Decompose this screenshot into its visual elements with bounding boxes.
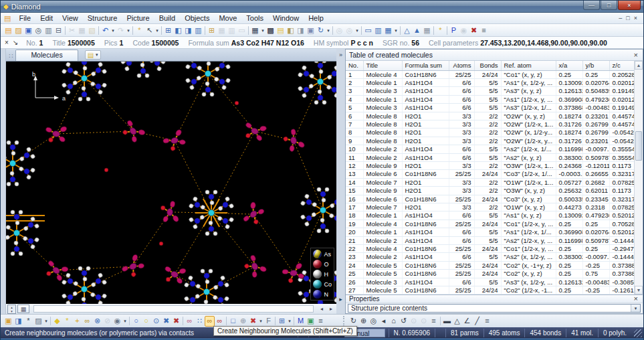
new-picture-icon[interactable]: ▤ bbox=[276, 25, 286, 35]
properties-combo[interactable]: Structure picture contents ▾ bbox=[348, 304, 641, 313]
color-scheme-icon[interactable]: ⊞ bbox=[277, 316, 287, 327]
table-row[interactable]: 13 Molecule 6 Co1H18N6 25/25 24/24 "Co3"… bbox=[346, 170, 637, 178]
table-row[interactable]: 2 Molecule 1 As1H1O4 6/6 5/5 "As1" (x, 1… bbox=[346, 78, 637, 86]
find-icon[interactable]: ◎ bbox=[33, 25, 43, 35]
pager-right-icon[interactable]: ▸ bbox=[327, 305, 335, 313]
menu-item[interactable]: View bbox=[58, 13, 83, 23]
scroll-down-icon[interactable]: ▼ bbox=[635, 286, 643, 294]
pane-dropdown-icon[interactable]: ▾ bbox=[393, 25, 399, 35]
wizard-icon[interactable]: * bbox=[435, 25, 445, 35]
copy-structure-icon[interactable]: ◨ bbox=[13, 316, 23, 327]
chevron-down-icon[interactable]: ▾ bbox=[631, 305, 640, 312]
tracking-overflow-icon[interactable]: ≡ bbox=[429, 316, 439, 327]
cut-icon[interactable]: ✂ bbox=[67, 25, 77, 35]
unit-cell-icon[interactable]: □ bbox=[228, 316, 238, 327]
build-dropdown-icon[interactable]: ▾ bbox=[43, 316, 49, 327]
tile-windows-icon[interactable]: ▥ bbox=[227, 25, 237, 35]
add-polyhedra-icon[interactable]: ◆ bbox=[52, 316, 62, 327]
spinner-down-icon[interactable]: ▾ bbox=[8, 309, 15, 313]
table-row[interactable]: 9 Molecule 8 H2O1 3/3 2/2 "O2W" (1/2-x, … bbox=[346, 137, 637, 145]
print-icon[interactable]: ⊟ bbox=[53, 25, 64, 35]
filter-icon[interactable]: ◉ bbox=[112, 316, 122, 327]
molecule-mode-icon[interactable]: M bbox=[296, 316, 306, 327]
table-row[interactable]: 23 Molecule 2 As1H1O4 6/6 5/5 "As2" (x, … bbox=[346, 253, 637, 261]
incline-mode-icon[interactable]: ◂ bbox=[379, 316, 389, 327]
menu-item[interactable]: Build bbox=[154, 13, 180, 23]
data-sheet-icon[interactable]: ▦ bbox=[422, 25, 432, 35]
symmetry-icon[interactable]: ⊘ bbox=[102, 316, 112, 327]
table-view-dropdown-icon[interactable]: ▾ bbox=[260, 25, 265, 35]
table-row[interactable]: 4 Molecule 1 As1H1O4 6/6 5/5 "As1" (1/2-… bbox=[346, 95, 637, 103]
picture-grid-button[interactable]: ▦ bbox=[17, 305, 29, 313]
ring-molecule2-icon[interactable]: ○ bbox=[141, 316, 151, 327]
bottom-overflow-icon[interactable]: ≡ bbox=[316, 316, 326, 327]
table-row[interactable]: 17 Molecule 7 H2O1 3/3 2/2 "O1W" (x, y, … bbox=[346, 203, 637, 211]
table-row[interactable]: 21 Molecule 2 As1H1O4 6/6 5/5 "As2" (1/2… bbox=[346, 236, 637, 244]
save-icon[interactable]: ▣ bbox=[23, 25, 33, 35]
table-row[interactable]: 15 Molecule 9 H2O1 3/3 2/2 "O3W" (x, y, … bbox=[346, 187, 637, 195]
record-arrow-icon[interactable]: ↘ bbox=[13, 39, 18, 46]
fragment-icon[interactable]: ⊙ bbox=[151, 316, 161, 327]
table-row[interactable]: 10 Molecule 2 As1H1O4 6/6 5/5 "As2" (1/2… bbox=[346, 145, 637, 153]
data-window-icon[interactable]: ◨ bbox=[183, 25, 193, 35]
table-view-icon[interactable]: ▦ bbox=[250, 25, 260, 35]
mdi-minimize-button[interactable]: – bbox=[619, 15, 622, 21]
zoom-mode-icon[interactable]: ◎ bbox=[368, 316, 379, 327]
mdi-restore-button[interactable]: □ bbox=[626, 15, 629, 21]
chart-icon[interactable]: ▲ bbox=[412, 25, 422, 35]
create-bonds-icon[interactable]: ∞ bbox=[185, 316, 195, 327]
dock-splitter[interactable]: » ▸ bbox=[336, 49, 345, 314]
new-document-icon[interactable]: ▤ bbox=[3, 25, 13, 35]
create-neighbouring-molecules-icon[interactable]: ∞ bbox=[205, 316, 215, 327]
undo-icon[interactable]: ↶ bbox=[100, 25, 110, 35]
destroy-dropdown-icon[interactable]: ▾ bbox=[258, 316, 263, 327]
menu-item[interactable]: Edit bbox=[35, 13, 58, 23]
menu-item[interactable]: Objects bbox=[180, 13, 214, 23]
layout-picture-icon[interactable]: ◨ bbox=[296, 25, 306, 35]
origin-icon[interactable]: ⊕ bbox=[238, 316, 248, 327]
table-row[interactable]: 18 Molecule 1 As1H1O4 6/6 5/5 "As1" (x, … bbox=[346, 211, 637, 220]
menu-item[interactable]: File bbox=[14, 13, 35, 23]
table-row[interactable]: 24 Molecule 5 Co1H18N6 25/25 24/24 "Co2"… bbox=[346, 261, 637, 269]
create-contacts-icon[interactable]: ∷ bbox=[195, 316, 205, 327]
column-header[interactable]: z/c bbox=[609, 61, 637, 70]
top-view-icon[interactable]: ⌂ bbox=[389, 316, 399, 327]
table-row[interactable]: 12 Molecule 9 H2O1 3/3 2/2 "O3W" (1/2-x,… bbox=[346, 161, 637, 169]
fly-mode-icon[interactable]: ⊙ bbox=[419, 316, 429, 327]
spin-icon[interactable]: ↺ bbox=[399, 316, 409, 327]
column-header[interactable]: Ref. atom bbox=[501, 61, 556, 70]
destroy-icon[interactable]: ✖ bbox=[248, 316, 258, 327]
menu-item[interactable]: Window bbox=[268, 13, 304, 23]
pointer-icon[interactable]: ↖ bbox=[144, 25, 154, 35]
column-header[interactable]: Atoms bbox=[449, 61, 474, 70]
expand-panel-icon[interactable]: ▸ bbox=[337, 295, 344, 303]
document-window-icon[interactable]: ▤ bbox=[4, 14, 11, 23]
refresh-icon[interactable]: ↻ bbox=[316, 25, 326, 35]
table-row[interactable]: 26 Molecule 3 As1H1O4 6/6 5/5 "As3" (x, … bbox=[346, 278, 637, 286]
zoom-dropdown-icon[interactable]: ▾ bbox=[354, 25, 360, 35]
copy-icon[interactable]: ▦ bbox=[77, 25, 87, 35]
filter-dropdown-icon[interactable]: ▾ bbox=[122, 316, 128, 327]
pan-icon[interactable]: * bbox=[134, 25, 144, 35]
column-header[interactable]: Bonds bbox=[474, 61, 501, 70]
table-row[interactable]: 3 Molecule 3 As1H1O4 6/6 5/5 "As3" (x, y… bbox=[346, 87, 637, 95]
menu-item[interactable]: Tools bbox=[241, 13, 268, 23]
picture-tools-icon[interactable]: ▨ bbox=[33, 316, 43, 327]
remove-molecules-icon[interactable]: ✖ bbox=[161, 316, 171, 327]
table-row[interactable]: 16 Molecule 6 Co1H18N6 25/25 24/24 "Co3"… bbox=[346, 195, 637, 203]
zoom-in-icon[interactable]: ◎ bbox=[334, 25, 344, 35]
tab-molecules[interactable]: Molecules bbox=[15, 50, 78, 61]
column-header[interactable]: Title bbox=[363, 61, 402, 70]
distance-probe-icon[interactable]: ✖ bbox=[469, 25, 479, 35]
menu-item[interactable]: Help bbox=[304, 13, 328, 23]
arrange-windows-icon[interactable]: ▭ bbox=[237, 25, 247, 35]
close-button[interactable]: × bbox=[618, 1, 641, 10]
distance-measure-icon[interactable]: ▬ bbox=[442, 316, 452, 327]
scrollbar-thumb[interactable] bbox=[635, 131, 642, 161]
title-bar[interactable]: ◆ Diamond —□× bbox=[1, 1, 643, 13]
open-folder-icon[interactable]: ▨ bbox=[13, 25, 23, 35]
angle-measure-icon[interactable]: △ bbox=[452, 316, 462, 327]
new-picture-button[interactable]: ▤ ▾ bbox=[85, 50, 101, 60]
camera-icon[interactable]: ◉ bbox=[459, 25, 469, 35]
add-atom-icon[interactable]: + bbox=[72, 316, 82, 327]
